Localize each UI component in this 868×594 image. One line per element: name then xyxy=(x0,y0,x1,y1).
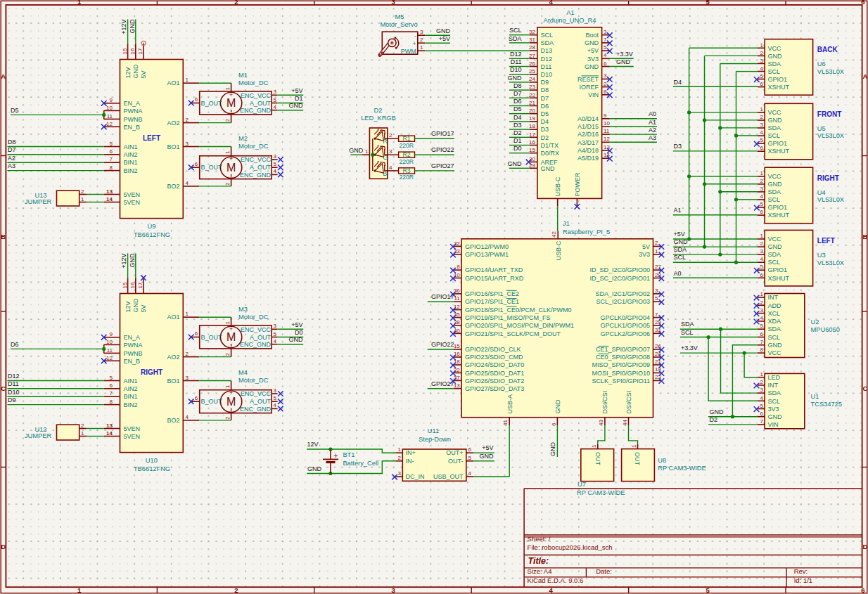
svg-text:Step-Down: Step-Down xyxy=(419,436,451,443)
svg-text:2: 2 xyxy=(186,117,189,123)
svg-text:12V: 12V xyxy=(307,441,318,448)
svg-text:13: 13 xyxy=(106,422,113,429)
svg-text:D5: D5 xyxy=(11,107,19,114)
svg-text:+5V: +5V xyxy=(482,444,493,451)
svg-text:GPIO27: GPIO27 xyxy=(431,380,454,387)
svg-text:B_OUT: B_OUT xyxy=(201,334,223,341)
svg-text:D13: D13 xyxy=(541,47,553,54)
svg-text:PWNB: PWNB xyxy=(124,350,143,357)
svg-text:ENC_VCC: ENC_VCC xyxy=(241,326,272,333)
svg-text:U13: U13 xyxy=(34,192,46,199)
svg-text:6: 6 xyxy=(551,422,557,426)
svg-text:2: 2 xyxy=(760,178,764,184)
svg-text:42: 42 xyxy=(551,231,557,238)
svg-text:10: 10 xyxy=(106,105,113,111)
svg-text:1: 1 xyxy=(760,170,764,176)
svg-text:27: 27 xyxy=(529,53,535,59)
svg-text:SCL: SCL xyxy=(768,334,781,341)
svg-text:BT1: BT1 xyxy=(343,451,355,458)
svg-text:EN_B: EN_B xyxy=(124,124,141,131)
svg-text:D12: D12 xyxy=(8,373,20,380)
svg-text:5V: 5V xyxy=(140,304,147,312)
svg-text:6: 6 xyxy=(468,446,472,453)
svg-text:D8: D8 xyxy=(541,86,549,93)
svg-text:D4: D4 xyxy=(513,114,522,121)
svg-text:GPCLK1/GPIO05: GPCLK1/GPIO05 xyxy=(600,322,650,329)
svg-text:16: 16 xyxy=(529,139,535,146)
svg-text:6: 6 xyxy=(861,586,864,594)
svg-text:3: 3 xyxy=(186,141,189,147)
svg-text:FRONT: FRONT xyxy=(817,110,841,118)
svg-text:G: G xyxy=(383,154,388,161)
svg-text:D1: D1 xyxy=(513,137,522,144)
svg-text:SCL: SCL xyxy=(768,398,781,405)
svg-text:GND: GND xyxy=(616,58,631,65)
svg-text:U1: U1 xyxy=(811,393,819,400)
svg-text:USB-C: USB-C xyxy=(555,240,562,261)
svg-text:4: 4 xyxy=(760,315,764,321)
svg-text:D7: D7 xyxy=(8,146,16,153)
svg-text:+5V: +5V xyxy=(439,35,450,42)
svg-text:4: 4 xyxy=(549,0,553,6)
svg-text:2: 2 xyxy=(760,240,764,247)
svg-text:+5V: +5V xyxy=(674,231,685,238)
svg-text:GPIO26/SDIO_DAT2: GPIO26/SDIO_DAT2 xyxy=(465,377,524,385)
svg-text:GPIO24/SDIO_DAT0: GPIO24/SDIO_DAT0 xyxy=(465,361,524,368)
svg-text:LEFT: LEFT xyxy=(817,237,835,245)
svg-text:BACK: BACK xyxy=(817,46,838,53)
svg-text:31: 31 xyxy=(529,37,535,43)
svg-text:MPU6050: MPU6050 xyxy=(811,326,840,333)
svg-text:C: C xyxy=(1,385,6,392)
svg-text:Date:: Date: xyxy=(596,567,612,575)
svg-text:BIN1: BIN1 xyxy=(124,159,138,166)
svg-text:D3: D3 xyxy=(513,122,522,129)
svg-text:GPIO16/SPI1_CE2: GPIO16/SPI1_CE2 xyxy=(465,290,519,297)
svg-text:1: 1 xyxy=(591,444,597,448)
svg-text:D11: D11 xyxy=(8,380,19,387)
svg-text:5VEN: 5VEN xyxy=(124,425,141,432)
svg-text:GPIO20/SPI1_MOSI/PCM_DIN/PWM1: GPIO20/SPI1_MOSI/PCM_DIN/PWM1 xyxy=(465,322,574,329)
svg-text:GND: GND xyxy=(480,453,494,460)
svg-text:GND: GND xyxy=(129,19,136,34)
svg-text:3: 3 xyxy=(760,248,764,254)
svg-text:EN_B: EN_B xyxy=(124,358,141,365)
svg-text:ADD: ADD xyxy=(768,302,782,309)
svg-text:+5V: +5V xyxy=(291,87,302,94)
svg-text:GND: GND xyxy=(549,442,556,457)
svg-text:Raspberry_PI_5: Raspberry_PI_5 xyxy=(563,228,610,235)
svg-text:+: + xyxy=(334,452,338,460)
svg-text:GPCLK0/GPIO04: GPCLK0/GPIO04 xyxy=(600,314,650,321)
svg-text:D4: D4 xyxy=(674,79,682,86)
svg-text:U8: U8 xyxy=(658,457,666,464)
svg-text:VIN: VIN xyxy=(768,421,779,428)
svg-text:Motor_DC: Motor_DC xyxy=(238,314,269,321)
svg-text:2: 2 xyxy=(760,114,764,120)
svg-text:GPIO22: GPIO22 xyxy=(431,341,454,348)
svg-text:3: 3 xyxy=(274,89,277,95)
svg-text:D5: D5 xyxy=(541,110,549,117)
svg-text:M: M xyxy=(226,396,236,408)
svg-text:GPIO27/SDIO_DAT3: GPIO27/SDIO_DAT3 xyxy=(465,385,524,392)
svg-text:2: 2 xyxy=(224,416,231,420)
svg-text:2: 2 xyxy=(224,119,231,122)
svg-text:GND: GND xyxy=(541,165,556,172)
svg-text:GPIO23/SDIO_CMD: GPIO23/SDIO_CMD xyxy=(465,354,523,361)
svg-text:AIN2: AIN2 xyxy=(124,385,138,392)
svg-text:U3: U3 xyxy=(817,252,826,259)
svg-text:D0: D0 xyxy=(513,145,522,152)
svg-text:5: 5 xyxy=(274,331,277,337)
svg-text:2: 2 xyxy=(655,240,658,246)
svg-text:1: 1 xyxy=(398,446,402,453)
svg-text:R: R xyxy=(383,138,388,145)
svg-text:2: 2 xyxy=(389,132,392,138)
svg-text:GPIO17: GPIO17 xyxy=(431,293,454,300)
svg-text:1: 1 xyxy=(655,248,658,254)
svg-text:18: 18 xyxy=(529,123,535,129)
svg-text:SCL: SCL xyxy=(681,329,694,336)
svg-text:DSI/CSI: DSI/CSI xyxy=(625,391,632,414)
svg-text:GND: GND xyxy=(768,413,783,420)
svg-text:7: 7 xyxy=(760,418,764,425)
svg-text:+: + xyxy=(413,40,416,47)
svg-text:13: 13 xyxy=(604,144,610,150)
svg-text:U2: U2 xyxy=(811,318,819,325)
